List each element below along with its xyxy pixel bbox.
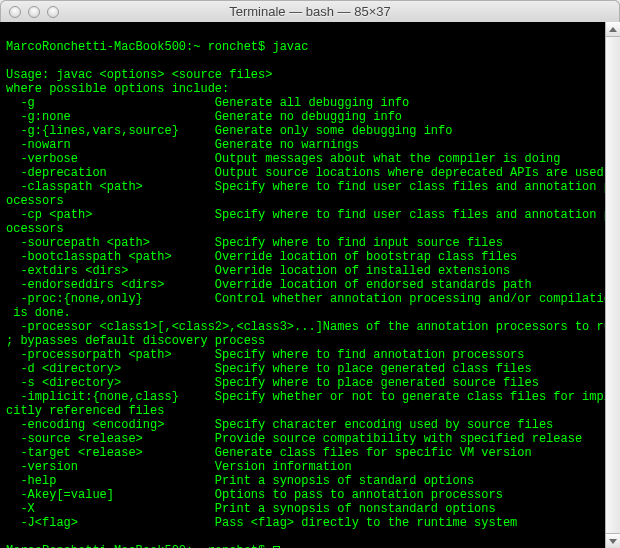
terminal-viewport[interactable]: MarcoRonchetti-MacBook500:~ ronchet$ jav… <box>0 22 605 548</box>
terminal-line: -J<flag> Pass <flag> directly to the run… <box>6 516 599 530</box>
terminal-line: -version Version information <box>6 460 599 474</box>
terminal-line: -bootclasspath <path> Override location … <box>6 250 599 264</box>
window-title: Terminale — bash — 85×37 <box>1 4 619 19</box>
terminal-window: Terminale — bash — 85×37 MarcoRonchetti-… <box>0 0 620 548</box>
terminal-line: -endorseddirs <dirs> Override location o… <box>6 278 599 292</box>
terminal-line: -g:none Generate no debugging info <box>6 110 599 124</box>
terminal-line: Usage: javac <options> <source files> <box>6 68 599 82</box>
terminal-line: -deprecation Output source locations whe… <box>6 166 599 180</box>
terminal-line: -d <directory> Specify where to place ge… <box>6 362 599 376</box>
terminal-line: -processor <class1>[,<class2>,<class3>..… <box>6 320 599 334</box>
scroll-up-button[interactable] <box>606 22 620 37</box>
terminal-line: -cp <path> Specify where to find user cl… <box>6 208 599 222</box>
terminal-line: -processorpath <path> Specify where to f… <box>6 348 599 362</box>
terminal-line: -implicit:{none,class} Specify whether o… <box>6 390 599 404</box>
terminal-output: Usage: javac <options> <source files>whe… <box>6 68 599 530</box>
terminal-line: ocessors <box>6 222 599 236</box>
terminal-line: citly referenced files <box>6 404 599 418</box>
terminal-line: -source <release> Provide source compati… <box>6 432 599 446</box>
terminal-line: -verbose Output messages about what the … <box>6 152 599 166</box>
terminal-body[interactable]: MarcoRonchetti-MacBook500:~ ronchet$ jav… <box>0 22 605 548</box>
prompt-text: MarcoRonchetti-MacBook500:~ ronchet$ <box>6 544 272 548</box>
terminal-line: ; bypasses default discovery process <box>6 334 599 348</box>
close-button[interactable] <box>9 6 21 18</box>
terminal-line: -X Print a synopsis of nonstandard optio… <box>6 502 599 516</box>
minimize-button[interactable] <box>28 6 40 18</box>
terminal-line: -target <release> Generate class files f… <box>6 446 599 460</box>
terminal-line: -proc:{none,only} Control whether annota… <box>6 292 599 306</box>
scrollbar[interactable] <box>605 22 620 548</box>
window-controls <box>1 6 59 18</box>
terminal-line: where possible options include: <box>6 82 599 96</box>
arrow-up-icon <box>609 27 617 32</box>
terminal-line: ocessors <box>6 194 599 208</box>
terminal-line: -classpath <path> Specify where to find … <box>6 180 599 194</box>
prompt-line: MarcoRonchetti-MacBook500:~ ronchet$ jav… <box>6 40 599 54</box>
terminal-line: -g:{lines,vars,source} Generate only som… <box>6 124 599 138</box>
terminal-line: -sourcepath <path> Specify where to find… <box>6 236 599 250</box>
terminal-line: -Akey[=value] Options to pass to annotat… <box>6 488 599 502</box>
titlebar: Terminale — bash — 85×37 <box>1 1 619 23</box>
terminal-line: -encoding <encoding> Specify character e… <box>6 418 599 432</box>
arrow-down-icon <box>609 539 617 544</box>
terminal-line: -help Print a synopsis of standard optio… <box>6 474 599 488</box>
terminal-line: -extdirs <dirs> Override location of ins… <box>6 264 599 278</box>
zoom-button[interactable] <box>47 6 59 18</box>
terminal-line: is done. <box>6 306 599 320</box>
scroll-down-button[interactable] <box>606 533 620 548</box>
terminal-line: -s <directory> Specify where to place ge… <box>6 376 599 390</box>
terminal-line: -nowarn Generate no warnings <box>6 138 599 152</box>
prompt-line-current[interactable]: MarcoRonchetti-MacBook500:~ ronchet$ <box>6 544 599 548</box>
terminal-line: -g Generate all debugging info <box>6 96 599 110</box>
